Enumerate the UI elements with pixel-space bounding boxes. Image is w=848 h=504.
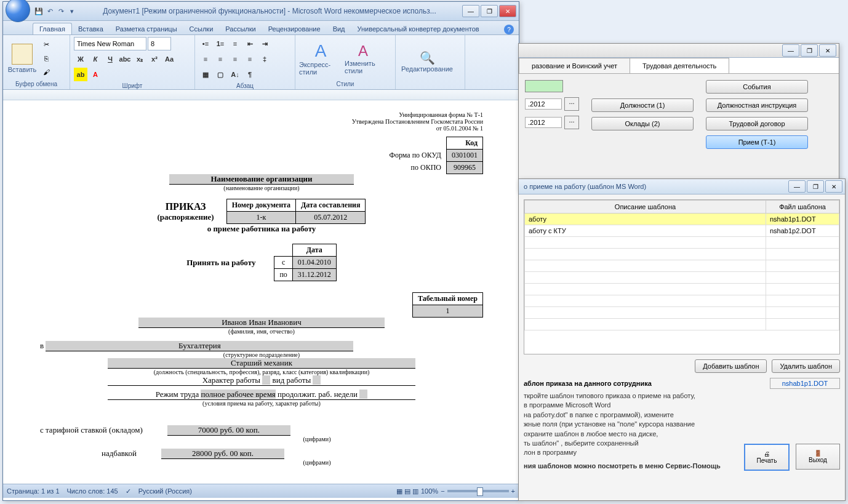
maximize-button[interactable]: ❐ (807, 180, 824, 193)
table-row[interactable] (525, 319, 839, 330)
spell-check-icon[interactable]: ✓ (126, 487, 131, 495)
italic-icon[interactable]: К (89, 52, 102, 66)
col-filename[interactable]: Файл шаблона (766, 201, 839, 214)
numbering-icon[interactable]: 1≡ (214, 37, 227, 50)
format-painter-icon[interactable]: 🖌 (40, 66, 52, 78)
positions-button[interactable]: Должности (1) (591, 98, 694, 112)
undo-icon[interactable]: ↶ (45, 6, 55, 16)
case-icon[interactable]: Aa (162, 52, 176, 66)
table-row[interactable] (525, 284, 839, 295)
date-picker-button[interactable]: ... (564, 116, 579, 129)
help-icon[interactable]: ? (504, 25, 514, 34)
date-picker-button[interactable]: ... (564, 97, 579, 111)
date-field-1[interactable]: .2012 (525, 98, 562, 110)
indent-icon[interactable]: ⇥ (258, 37, 271, 50)
line-spacing-icon[interactable]: ‡ (258, 52, 271, 66)
office-button-icon[interactable] (6, 0, 30, 22)
selected-template-field[interactable]: nshab1p1.DOT (770, 378, 840, 389)
close-button[interactable]: ✕ (825, 180, 842, 193)
font-name-select[interactable] (74, 37, 146, 50)
underline-icon[interactable]: Ч (103, 52, 117, 66)
cut-icon[interactable]: ✂ (40, 39, 52, 51)
qat-dropdown-icon[interactable]: ▾ (67, 6, 77, 16)
salaries-button[interactable]: Оклады (2) (591, 117, 694, 130)
document-area[interactable]: Унифицированная форма № Т-1 Утверждена П… (3, 90, 519, 484)
quick-styles-button[interactable]: AЭкспресс-стили (299, 38, 342, 79)
copy-icon[interactable]: ⎘ (40, 52, 52, 65)
ruler[interactable] (3, 90, 519, 100)
zoom-out-icon[interactable]: − (441, 487, 444, 495)
outdent-icon[interactable]: ⇤ (243, 37, 257, 50)
hiring-t1-button[interactable]: Прием (Т-1) (706, 135, 808, 149)
table-row[interactable] (525, 272, 839, 284)
add-template-button[interactable]: Добавить шаблон (695, 359, 767, 373)
highlight-icon[interactable]: ab (74, 68, 87, 81)
editing-button[interactable]: 🔍Редактирование (399, 41, 455, 82)
tab-labor-activity[interactable]: Трудовая деятельность (630, 58, 729, 73)
zoom-level[interactable]: 100% (421, 487, 438, 495)
close-button[interactable]: ✕ (499, 5, 516, 17)
table-row[interactable] (525, 260, 839, 272)
sort-icon[interactable]: A↓ (228, 68, 242, 81)
table-row[interactable] (525, 249, 839, 260)
view-icons[interactable]: ▦ ▤ ▥ (396, 487, 418, 495)
bullets-icon[interactable]: •≡ (199, 37, 212, 50)
tab-insert[interactable]: Вставка (72, 23, 110, 34)
tab-review[interactable]: Рецензирование (262, 23, 327, 34)
events-button[interactable]: События (706, 80, 808, 94)
table-row[interactable]: аботу с КТУnshab1p2.DOT (525, 225, 839, 237)
close-button[interactable]: ✕ (819, 44, 836, 57)
tab-references[interactable]: Ссылки (183, 23, 220, 34)
col-description[interactable]: Описание шаблона (525, 201, 766, 214)
align-center-icon[interactable]: ≡ (214, 52, 227, 66)
job-instruction-button[interactable]: Должностная инструкция (706, 98, 808, 112)
subscript-icon[interactable]: x₂ (133, 52, 146, 66)
table-row[interactable] (525, 237, 839, 249)
align-left-icon[interactable]: ≡ (199, 52, 212, 66)
zoom-in-icon[interactable]: + (511, 487, 515, 495)
font-size-select[interactable] (148, 37, 171, 50)
shading-icon[interactable]: ▦ (199, 68, 212, 81)
minimize-button[interactable]: — (788, 180, 806, 193)
rasporyazhenie: (распоряжение) (158, 212, 214, 222)
tab-education[interactable]: разование и Воинский учет (519, 58, 630, 73)
align-right-icon[interactable]: ≡ (228, 52, 242, 66)
show-marks-icon[interactable]: ¶ (243, 68, 257, 81)
word-count[interactable]: Число слов: 145 (67, 487, 118, 495)
table-row[interactable] (525, 307, 839, 319)
fio-sublabel: (фамилия, имя, отчество) (40, 328, 483, 335)
tab-home[interactable]: Главная (33, 23, 72, 34)
exit-button[interactable]: 🚪Выход (796, 444, 840, 470)
bold-icon[interactable]: Ж (74, 52, 87, 66)
table-row[interactable]: аботуnshab1p1.DOT (525, 214, 839, 225)
font-color-icon[interactable]: A (89, 68, 102, 81)
paste-button[interactable]: Вставить (7, 38, 38, 79)
redo-icon[interactable]: ↷ (56, 6, 66, 16)
labor-contract-button[interactable]: Трудовой договор (706, 117, 808, 130)
table-row[interactable] (525, 295, 839, 307)
multilevel-icon[interactable]: ≡ (228, 37, 242, 50)
minimize-button[interactable]: — (782, 44, 799, 57)
conditions-sublabel: (условия приема на работу, характер рабо… (40, 400, 483, 407)
maximize-button[interactable]: ❐ (801, 44, 818, 57)
borders-icon[interactable]: ▢ (214, 68, 227, 81)
tab-converter[interactable]: Универсальный конвертер документов (351, 23, 486, 34)
green-field[interactable] (525, 80, 563, 92)
zoom-slider[interactable] (447, 490, 509, 492)
page-status[interactable]: Страница: 1 из 1 (7, 487, 60, 495)
minimize-button[interactable]: — (462, 5, 479, 17)
justify-icon[interactable]: ≡ (243, 52, 257, 66)
tab-layout[interactable]: Разметка страницы (110, 23, 183, 34)
template-grid[interactable]: Описание шаблонаФайл шаблона аботуnshab1… (524, 199, 840, 354)
superscript-icon[interactable]: x² (148, 52, 161, 66)
save-icon[interactable]: 💾 (34, 6, 44, 16)
strike-icon[interactable]: abc (118, 52, 132, 66)
date-field-2[interactable]: .2012 (525, 117, 562, 128)
print-button[interactable]: 🖨Печать (744, 444, 790, 471)
tab-mailings[interactable]: Рассылки (219, 23, 262, 34)
change-styles-button[interactable]: AИзменить стили (345, 38, 382, 79)
language-status[interactable]: Русский (Россия) (138, 487, 192, 495)
delete-template-button[interactable]: Удалить шаблон (772, 359, 840, 373)
tab-view[interactable]: Вид (327, 23, 351, 34)
maximize-button[interactable]: ❐ (481, 5, 498, 17)
